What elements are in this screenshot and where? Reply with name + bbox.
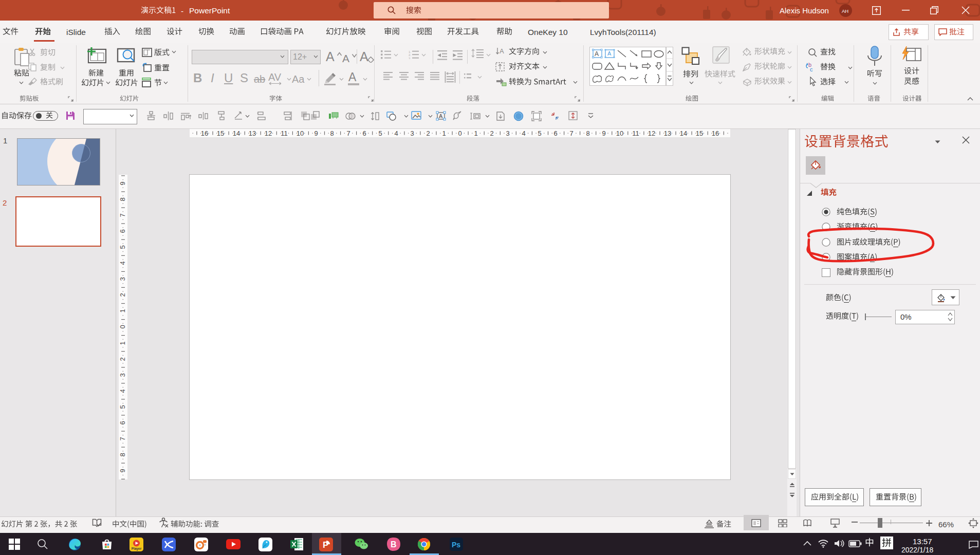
svg-text:0: 0 [458,130,461,137]
svg-text:9: 9 [602,130,605,137]
svg-text:3: 3 [506,130,509,137]
svg-text:6: 6 [362,130,366,137]
svg-text:3.: 3. [409,57,411,60]
svg-text:9: 9 [314,130,318,137]
svg-text:11: 11 [281,130,288,137]
svg-text:Ps: Ps [452,541,460,549]
svg-text:AV: AV [268,72,282,83]
svg-text:6: 6 [553,130,557,137]
svg-text:4: 4 [119,261,126,265]
svg-text:3: 3 [119,277,126,281]
svg-text:9: 9 [119,469,126,472]
svg-text:2: 2 [119,293,126,297]
svg-text:11: 11 [632,130,639,137]
svg-text:2: 2 [426,130,430,137]
svg-text:5: 5 [119,405,126,409]
svg-text:1: 1 [119,341,126,345]
svg-text:1: 1 [442,130,446,137]
svg-text:16: 16 [712,130,719,137]
svg-text:10: 10 [616,130,623,137]
svg-text:8: 8 [330,130,334,137]
svg-text:B: B [391,540,397,549]
svg-text:15: 15 [696,130,703,137]
svg-text:c: c [810,66,813,72]
svg-text:12: 12 [265,130,272,137]
svg-text:2: 2 [490,130,493,137]
svg-text:4: 4 [394,130,398,137]
svg-text:7: 7 [569,130,573,137]
svg-text:A: A [607,50,612,57]
svg-text:3: 3 [119,373,126,377]
svg-text:5: 5 [119,245,126,249]
svg-text:7: 7 [346,130,350,137]
svg-text:15: 15 [217,130,224,137]
svg-text:9: 9 [119,181,126,185]
svg-text:4: 4 [119,389,126,393]
svg-text:14: 14 [680,130,687,137]
svg-text:5: 5 [378,130,382,137]
svg-text:8: 8 [119,453,126,456]
svg-text:13: 13 [664,130,671,137]
svg-text:1: 1 [474,130,477,137]
svg-text:6: 6 [119,421,126,424]
svg-text:A: A [595,50,599,58]
svg-text:0: 0 [119,325,126,328]
svg-text:10: 10 [297,130,304,137]
svg-text:16: 16 [201,130,208,137]
svg-text:7: 7 [119,213,126,217]
svg-text:A: A [500,47,504,55]
svg-text:5: 5 [538,130,541,137]
svg-text:A: A [348,71,357,84]
svg-text:4: 4 [522,130,525,137]
svg-text:2.: 2. [409,53,411,57]
svg-text:12: 12 [648,130,655,137]
svg-text:8: 8 [119,197,126,201]
svg-text:3: 3 [410,130,414,137]
svg-text:8: 8 [586,130,589,137]
svg-text:2: 2 [119,357,126,361]
svg-text:A: A [439,113,443,119]
svg-text:7: 7 [119,437,126,440]
svg-text:1: 1 [119,309,126,312]
svg-text:6: 6 [119,229,126,233]
svg-text:Player: Player [132,547,142,551]
svg-text:14: 14 [233,130,240,137]
svg-text:13: 13 [249,130,256,137]
svg-text:1.: 1. [409,50,411,53]
